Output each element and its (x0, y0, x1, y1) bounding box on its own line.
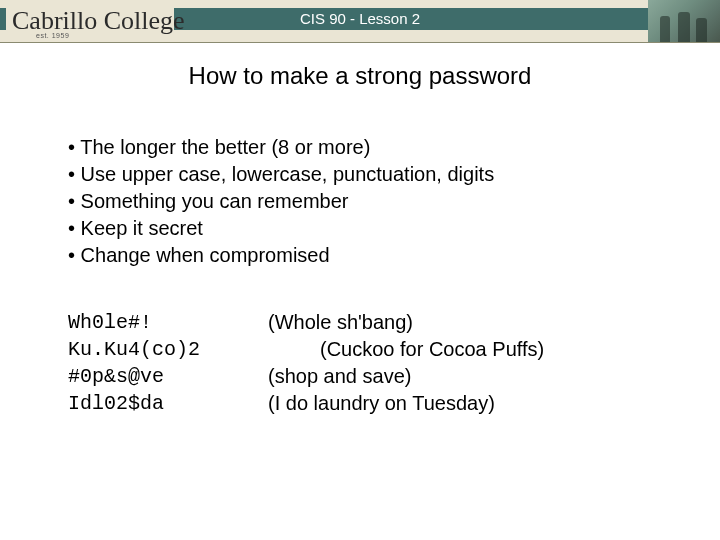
bullet-item: Keep it secret (68, 215, 680, 242)
bullet-item: Change when compromised (68, 242, 680, 269)
example-hints-column: (Whole sh'bang) (Cuckoo for Cocoa Puffs)… (268, 309, 680, 417)
bullet-item: The longer the better (8 or more) (68, 134, 680, 161)
slide-content: How to make a strong password The longer… (0, 42, 720, 417)
example-password: #0p&s@ve (68, 363, 268, 390)
bullet-item: Use upper case, lowercase, punctuation, … (68, 161, 680, 188)
example-password: Wh0le#! (68, 309, 268, 336)
example-hint: (Whole sh'bang) (268, 309, 680, 336)
example-passwords-column: Wh0le#! Ku.Ku4(co)2 #0p&s@ve Idl02$da (68, 309, 268, 417)
example-hint: (Cuckoo for Cocoa Puffs) (268, 336, 680, 363)
slide-title: How to make a strong password (40, 62, 680, 90)
example-hint: (shop and save) (268, 363, 680, 390)
course-title: CIS 90 - Lesson 2 (0, 8, 720, 30)
slide-header: Cabrillo College est. 1959 CIS 90 - Less… (0, 0, 720, 42)
bullet-list: The longer the better (8 or more) Use up… (68, 134, 680, 269)
header-photo (648, 0, 720, 42)
example-password: Ku.Ku4(co)2 (68, 336, 268, 363)
bullet-item: Something you can remember (68, 188, 680, 215)
password-examples: Wh0le#! Ku.Ku4(co)2 #0p&s@ve Idl02$da (W… (68, 309, 680, 417)
example-password: Idl02$da (68, 390, 268, 417)
example-hint: (I do laundry on Tuesday) (268, 390, 680, 417)
logo-subtext: est. 1959 (36, 32, 69, 39)
